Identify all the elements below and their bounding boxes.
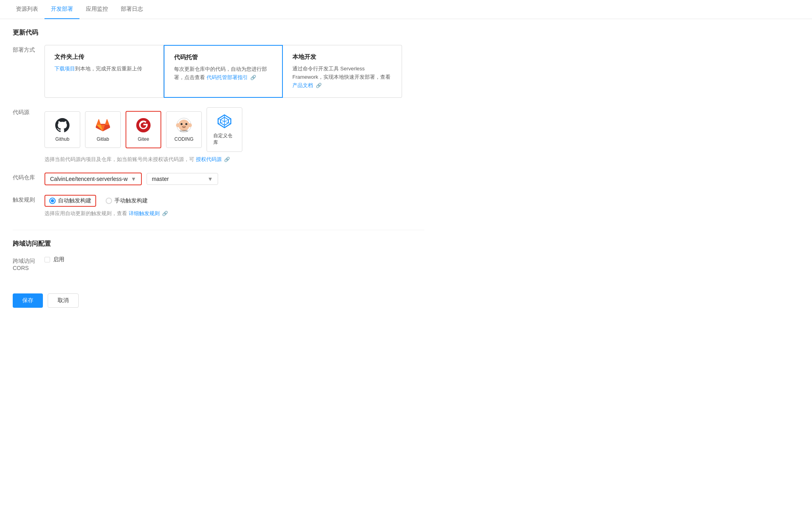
file-upload-desc: 下载项目到本地，完成开发后重新上传 xyxy=(54,65,154,73)
svg-point-0 xyxy=(136,118,151,132)
cancel-button[interactable]: 取消 xyxy=(48,293,79,308)
manual-trigger-item[interactable]: 手动触发构建 xyxy=(106,197,148,204)
tab-deploy-log[interactable]: 部署日志 xyxy=(114,0,149,19)
auto-trigger-radio-inner xyxy=(51,199,54,202)
trigger-detail-link[interactable]: 详细触发规则 xyxy=(129,210,160,216)
source-coding[interactable]: CODING CODING xyxy=(166,111,202,148)
save-button[interactable]: 保存 xyxy=(13,293,43,308)
download-project-link[interactable]: 下载项目 xyxy=(54,66,75,72)
svg-text:CODING: CODING xyxy=(180,130,188,132)
deploy-card-local-dev[interactable]: 本地开发 通过命令行开发工具 Serverless Framework，实现本地… xyxy=(283,45,402,98)
coding-icon: CODING xyxy=(176,117,192,133)
authorize-hint: 选择当前代码源内项目及仓库，如当前账号尚未授权该代码源，可 授权代码源 🔗 xyxy=(44,156,424,163)
repo-selector[interactable]: CalvinLee/tencent-serverless-w ▼ xyxy=(44,173,142,185)
code-hosting-guide-link[interactable]: 代码托管部署指引 xyxy=(207,74,248,80)
deploy-card-file-upload[interactable]: 文件夹上传 下载项目到本地，完成开发后重新上传 xyxy=(44,45,164,98)
authorize-external-icon: 🔗 xyxy=(224,157,230,162)
gitlab-label: Gitlab xyxy=(97,136,109,142)
product-doc-link[interactable]: 产品文档 xyxy=(292,82,313,88)
external-link-icon-1: 🔗 xyxy=(250,75,256,80)
action-buttons: 保存 取消 xyxy=(13,284,424,317)
branch-value: master xyxy=(152,176,169,182)
code-source-content: Github xyxy=(44,107,424,163)
update-code-title: 更新代码 xyxy=(13,29,424,37)
auto-trigger-label: 自动触发构建 xyxy=(58,197,91,204)
cors-label: 跨域访问CORS xyxy=(13,256,44,271)
github-label: Github xyxy=(55,136,69,142)
trigger-hint: 选择应用自动更新的触发规则，查看 详细触发规则 🔗 xyxy=(44,210,424,217)
deploy-cards: 文件夹上传 下载项目到本地，完成开发后重新上传 代码托管 每次更新仓库中的代码，… xyxy=(44,45,424,98)
cors-title: 跨域访问配置 xyxy=(13,240,424,248)
manual-trigger-label: 手动触发构建 xyxy=(114,197,148,204)
branch-dropdown-arrow: ▼ xyxy=(207,176,213,182)
code-repo-row: 代码仓库 CalvinLee/tencent-serverless-w ▼ ma… xyxy=(13,173,424,185)
custom-label: 自定义仓库 xyxy=(213,132,236,146)
source-github[interactable]: Github xyxy=(44,111,80,148)
source-icons-list: Github xyxy=(44,107,424,152)
cors-checkbox[interactable] xyxy=(44,257,50,262)
code-repo-label: 代码仓库 xyxy=(13,173,44,181)
code-hosting-desc: 每次更新仓库中的代码，自动为您进行部署，点击查看 代码托管部署指引 🔗 xyxy=(174,65,273,82)
cors-checkbox-label: 启用 xyxy=(53,256,64,263)
repo-value: CalvinLee/tencent-serverless-w xyxy=(50,176,128,182)
source-gitee[interactable]: Gitee xyxy=(126,111,161,148)
gitee-label: Gitee xyxy=(138,136,149,142)
repo-dropdowns: CalvinLee/tencent-serverless-w ▼ master … xyxy=(44,173,424,185)
gitlab-icon xyxy=(95,117,111,133)
svg-point-6 xyxy=(186,123,188,125)
trigger-radio-group: 自动触发构建 手动触发构建 xyxy=(44,195,424,207)
manual-trigger-radio[interactable] xyxy=(106,198,112,204)
local-dev-desc: 通过命令行开发工具 Serverless Framework，实现本地快速开发部… xyxy=(292,65,392,89)
trigger-external-icon: 🔗 xyxy=(162,211,168,216)
code-source-row: 代码源 Github xyxy=(13,107,424,163)
trigger-rule-label: 触发规则 xyxy=(13,195,44,204)
auto-trigger-wrapper[interactable]: 自动触发构建 xyxy=(44,195,96,207)
code-repo-content: CalvinLee/tencent-serverless-w ▼ master … xyxy=(44,173,424,185)
cors-row: 跨域访问CORS 启用 xyxy=(13,256,424,271)
code-hosting-title: 代码托管 xyxy=(174,54,273,61)
nav-tabs: 资源列表 开发部署 应用监控 部署日志 xyxy=(0,0,812,19)
tab-resource-list[interactable]: 资源列表 xyxy=(10,0,44,19)
custom-repo-icon xyxy=(217,113,232,129)
cors-section: 跨域访问配置 跨域访问CORS 启用 xyxy=(13,240,424,271)
section-divider xyxy=(13,230,424,230)
svg-point-4 xyxy=(178,120,189,131)
repo-dropdown-arrow: ▼ xyxy=(131,176,136,182)
github-icon xyxy=(54,117,70,133)
deploy-cards-container: 文件夹上传 下载项目到本地，完成开发后重新上传 代码托管 每次更新仓库中的代码，… xyxy=(44,45,424,98)
branch-selector[interactable]: master ▼ xyxy=(147,173,218,185)
tab-dev-deploy[interactable]: 开发部署 xyxy=(44,0,79,19)
deploy-card-code-hosting[interactable]: 代码托管 每次更新仓库中的代码，自动为您进行部署，点击查看 代码托管部署指引 🔗 xyxy=(164,45,283,98)
external-link-icon-2: 🔗 xyxy=(316,83,322,88)
deploy-method-row: 部署方式 文件夹上传 下载项目到本地，完成开发后重新上传 代码托管 每次 xyxy=(13,45,424,98)
local-dev-title: 本地开发 xyxy=(292,53,392,61)
auto-trigger-radio[interactable] xyxy=(49,198,56,204)
cors-content: 启用 xyxy=(44,256,424,263)
deploy-method-label: 部署方式 xyxy=(13,45,44,54)
source-custom[interactable]: 自定义仓库 xyxy=(207,107,242,152)
code-source-label: 代码源 xyxy=(13,107,44,116)
svg-point-5 xyxy=(181,123,183,125)
main-content: 更新代码 部署方式 文件夹上传 下载项目到本地，完成开发后重新上传 代码托管 xyxy=(0,19,437,327)
cors-checkbox-item[interactable]: 启用 xyxy=(44,256,424,263)
authorize-link[interactable]: 授权代码源 xyxy=(196,156,222,162)
gitee-icon xyxy=(135,117,151,133)
coding-label: CODING xyxy=(174,136,193,142)
tab-app-monitor[interactable]: 应用监控 xyxy=(79,0,114,19)
file-upload-title: 文件夹上传 xyxy=(54,53,154,61)
source-gitlab[interactable]: Gitlab xyxy=(85,111,121,148)
update-code-section: 更新代码 部署方式 文件夹上传 下载项目到本地，完成开发后重新上传 代码托管 xyxy=(13,29,424,217)
trigger-rule-row: 触发规则 自动触发构建 手动触发构建 xyxy=(13,195,424,217)
trigger-content: 自动触发构建 手动触发构建 选择应用自动更新的触发规则，查看 详细触发规则 🔗 xyxy=(44,195,424,217)
